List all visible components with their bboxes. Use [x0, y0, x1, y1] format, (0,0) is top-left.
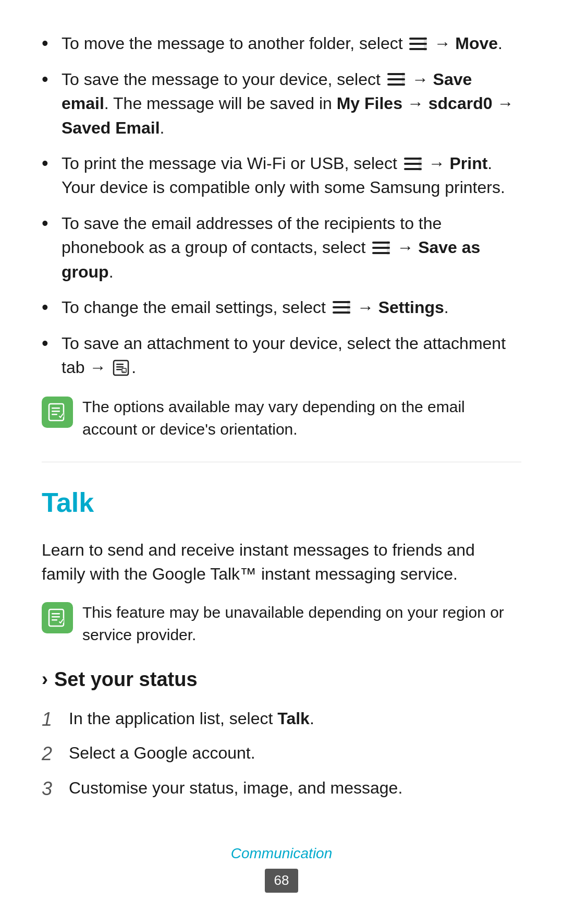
svg-rect-34: [52, 619, 57, 621]
bold-print: Print: [449, 154, 487, 173]
bullet-text-move: To move the message to another folder, s…: [62, 31, 521, 55]
bullet-move: • To move the message to another folder,…: [42, 31, 521, 56]
bullet-dot-6: •: [42, 331, 56, 356]
svg-rect-31: [49, 609, 64, 626]
menu-icon-save: [387, 72, 406, 87]
attach-file-icon: ≡: [112, 359, 130, 377]
footer-page-number: 68: [265, 869, 299, 893]
bullet-save-group: • To save the email addresses of the rec…: [42, 211, 521, 284]
footer: Communication 68: [0, 843, 563, 893]
bullet-text-attachment: To save an attachment to your device, se…: [62, 331, 521, 380]
svg-rect-3: [424, 37, 427, 51]
svg-rect-33: [52, 616, 60, 618]
step-num-1: 1: [42, 706, 69, 733]
steps-list: 1 In the application list, select Talk. …: [42, 706, 521, 802]
section-divider: [42, 462, 521, 462]
menu-icon-settings: [332, 300, 351, 315]
bullet-attachment: • To save an attachment to your device, …: [42, 331, 521, 380]
section-intro-talk: Learn to send and receive instant messag…: [42, 538, 521, 586]
note-icon-2: [42, 602, 73, 633]
svg-rect-28: [52, 411, 60, 412]
bullet-dot-3: •: [42, 151, 56, 176]
svg-rect-19: [347, 301, 350, 314]
section-title-talk: Talk: [42, 483, 521, 522]
bullet-settings: • To change the email settings, select →…: [42, 295, 521, 320]
step-num-3: 3: [42, 776, 69, 802]
note-text-1: The options available may vary depending…: [82, 395, 521, 441]
bullet-print: • To print the message via Wi-Fi or USB,…: [42, 151, 521, 200]
svg-rect-23: [116, 369, 121, 370]
step-2: 2 Select a Google account.: [42, 741, 521, 767]
menu-icon-move: [409, 37, 427, 51]
bullet-list: • To move the message to another folder,…: [42, 31, 521, 380]
note-icon-1: [42, 397, 73, 428]
bullet-text-save-group: To save the email addresses of the recip…: [62, 211, 521, 284]
subsection-title-setstatus: › Set your status: [42, 665, 521, 694]
svg-rect-15: [387, 241, 390, 255]
step-text-2: Select a Google account.: [69, 741, 521, 765]
svg-text:≡: ≡: [123, 369, 125, 375]
step-num-2: 2: [42, 741, 69, 767]
note-box-2: This feature may be unavailable dependin…: [42, 601, 521, 646]
svg-rect-22: [116, 366, 124, 368]
menu-icon-group: [372, 241, 390, 255]
bold-save-group: Save as group: [62, 238, 480, 281]
bullet-dot-2: •: [42, 67, 56, 92]
subsection-label-setstatus: Set your status: [54, 665, 198, 694]
menu-icon-print: [403, 157, 422, 171]
footer-label: Communication: [0, 843, 563, 865]
bold-move: Move: [455, 34, 498, 53]
bullet-text-save-email: To save the message to your device, sele…: [62, 67, 521, 140]
note-text-2: This feature may be unavailable dependin…: [82, 601, 521, 646]
step-text-1: In the application list, select Talk.: [69, 706, 521, 730]
step-1: 1 In the application list, select Talk.: [42, 706, 521, 733]
bullet-dot-1: •: [42, 31, 56, 56]
bold-talk: Talk: [277, 709, 310, 728]
svg-rect-29: [52, 414, 57, 415]
svg-rect-32: [52, 613, 60, 615]
bullet-text-settings: To change the email settings, select → S…: [62, 295, 521, 319]
svg-rect-26: [49, 404, 64, 421]
bold-myfiles: My Files → sdcard0 → Saved Email: [62, 94, 513, 137]
bullet-dot-4: •: [42, 211, 56, 236]
svg-rect-21: [116, 364, 124, 365]
bullet-dot-5: •: [42, 295, 56, 320]
chevron-right-icon: ›: [42, 666, 48, 693]
note-box-1: The options available may vary depending…: [42, 395, 521, 441]
svg-rect-20: [114, 361, 128, 375]
step-3: 3 Customise your status, image, and mess…: [42, 776, 521, 802]
bullet-text-print: To print the message via Wi-Fi or USB, s…: [62, 151, 521, 200]
step-text-3: Customise your status, image, and messag…: [69, 776, 521, 800]
bullet-save-email: • To save the message to your device, se…: [42, 67, 521, 140]
svg-rect-11: [419, 157, 422, 171]
svg-rect-7: [402, 73, 405, 86]
svg-rect-27: [52, 407, 60, 409]
bold-settings: Settings: [378, 298, 444, 317]
